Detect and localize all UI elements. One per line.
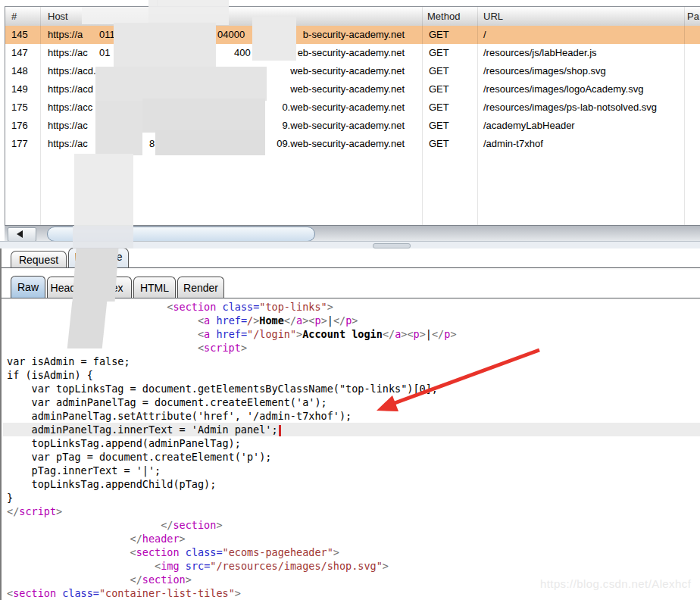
code-line: <section class="top-links">	[3, 300, 700, 314]
host-fragment: 01	[99, 47, 110, 58]
column-header-host[interactable]: Host	[48, 11, 68, 22]
host-suffix: web-security-academy.net	[290, 83, 405, 95]
code-line: topLinksTag.appendChild(pTag);	[3, 477, 700, 491]
code-line: pTag.innerText = '|';	[3, 464, 700, 477]
method-cell: GET	[429, 120, 449, 131]
code-line: var adminPanelTag = document.createEleme…	[3, 395, 700, 409]
code-line: </script>	[3, 505, 700, 518]
host-suffix: 09.web-security-academy.net	[277, 138, 405, 149]
response-body-viewer[interactable]: <section class="top-links"> <a href=/>Ho…	[3, 300, 700, 600]
tab-raw[interactable]: Raw	[11, 276, 45, 298]
censor-blob	[67, 302, 108, 348]
code-line: }	[3, 491, 700, 505]
code-line: </header>	[3, 532, 700, 545]
tab-label: Request	[11, 254, 66, 266]
censor-blob	[155, 130, 265, 155]
code-line: if (isAdmin) {	[3, 368, 700, 382]
row-number-cell: 145	[11, 29, 28, 40]
censor-blob	[95, 67, 267, 101]
host-cell: https://a01104000b-security-academy.net	[48, 29, 405, 41]
censor-blob	[148, 0, 229, 25]
column-separator	[477, 7, 478, 226]
censor-blob	[73, 226, 133, 248]
burp-proxy-history-screen: # Host Method URL Pa 145https://a0110400…	[0, 0, 700, 600]
host-prefix: https://ac	[48, 120, 88, 131]
url-cell: /resources/images/shop.svg	[483, 65, 606, 77]
host-cell: https://ac01400eb-security-academy.net	[48, 47, 405, 59]
host-suffix: eb-security-academy.net	[298, 47, 405, 58]
host-prefix: https://a	[48, 29, 83, 40]
url-cell: /resources/js/labHeader.js	[483, 47, 597, 58]
column-header-method[interactable]: Method	[427, 11, 460, 22]
row-number-cell: 177	[11, 138, 28, 149]
host-prefix: https://ac	[48, 47, 88, 58]
host-suffix: web-security-academy.net	[290, 65, 405, 77]
url-cell: /resources/images/logoAcademy.svg	[483, 83, 643, 95]
host-fragment: 011	[99, 29, 115, 40]
host-prefix: https://acd	[48, 83, 93, 95]
code-line: <a href="/login">Account login</a><p>|</…	[3, 327, 700, 341]
code-line: var isAdmin = false;	[3, 355, 700, 368]
method-cell: GET	[429, 102, 449, 113]
scroll-left-button[interactable]	[8, 227, 36, 242]
code-line: adminPanelTag.setAttribute('href', '/adm…	[3, 409, 700, 423]
method-cell: GET	[429, 65, 449, 77]
watermark: https://blog.csdn.net/Alexhcf	[540, 577, 691, 590]
method-cell: GET	[429, 29, 449, 40]
column-header-number[interactable]: #	[11, 11, 17, 22]
table-row[interactable]: 147https://ac01400eb-security-academy.ne…	[5, 44, 700, 62]
host-fragment: 8	[149, 138, 155, 149]
host-suffix: b-security-academy.net	[303, 29, 405, 40]
censor-blob	[74, 154, 133, 230]
tab-label: Render	[178, 282, 223, 294]
column-header-url[interactable]: URL	[483, 11, 503, 22]
row-number-cell: 149	[11, 83, 28, 95]
host-prefix: https://ac	[48, 138, 88, 149]
censor-blob	[82, 7, 148, 24]
method-cell: GET	[429, 83, 449, 95]
code-line: var pTag = document.createElement('p');	[3, 450, 700, 464]
text-caret	[279, 425, 281, 436]
tab-request[interactable]: Request	[11, 251, 67, 267]
column-separator	[422, 7, 423, 226]
host-prefix: https://acd.	[48, 65, 96, 77]
code-line: adminPanelTag.innerText = 'Admin panel';	[3, 423, 700, 436]
row-number-cell: 148	[11, 65, 28, 77]
scroll-left-arrow-icon	[17, 230, 23, 238]
method-cell: GET	[429, 138, 449, 149]
host-fragment: 400	[234, 47, 251, 58]
splitter-grip-icon	[373, 243, 411, 248]
host-prefix: https://acc	[48, 102, 92, 113]
censor-blob	[95, 101, 142, 155]
tab-render[interactable]: Render	[177, 277, 224, 298]
host-suffix: 9.web-security-academy.net	[282, 120, 405, 131]
row-number-cell: 147	[11, 47, 28, 58]
column-separator	[684, 7, 685, 226]
code-line: <img src="/resources/images/shop.svg">	[3, 559, 700, 573]
censor-blob	[252, 17, 296, 61]
url-cell: /resources/images/ps-lab-notsolved.svg	[483, 102, 657, 113]
code-line: </section>	[3, 518, 700, 532]
row-number-cell: 176	[11, 120, 28, 131]
table-row[interactable]: 145https://a01104000b-security-academy.n…	[5, 26, 700, 44]
column-header-params[interactable]: Pa	[687, 11, 699, 22]
code-line: <section class="ecoms-pageheader">	[3, 545, 700, 559]
code-line: var topLinksTag = document.getElementsBy…	[3, 382, 700, 395]
code-line: <a href=/>Home</a><p>|</p>	[3, 314, 700, 327]
host-suffix: 0.web-security-academy.net	[282, 102, 405, 113]
url-cell: /	[483, 29, 486, 40]
method-cell: GET	[429, 47, 449, 58]
host-fragment: 04000	[217, 29, 245, 40]
top-strip	[0, 0, 700, 6]
code-line: topLinksTag.append(adminPanelTag);	[3, 436, 700, 450]
column-separator	[40, 7, 41, 226]
tab-html[interactable]: HTML	[133, 277, 176, 298]
url-cell: /academyLabHeader	[483, 120, 575, 131]
censor-blob	[142, 98, 265, 133]
censor-blob	[73, 248, 119, 302]
tab-label: HTML	[134, 282, 175, 294]
row-number-cell: 175	[11, 102, 28, 113]
code-line: <script>	[3, 341, 700, 355]
url-cell: /admin-t7xhof	[483, 138, 543, 149]
censor-blob	[114, 23, 216, 67]
